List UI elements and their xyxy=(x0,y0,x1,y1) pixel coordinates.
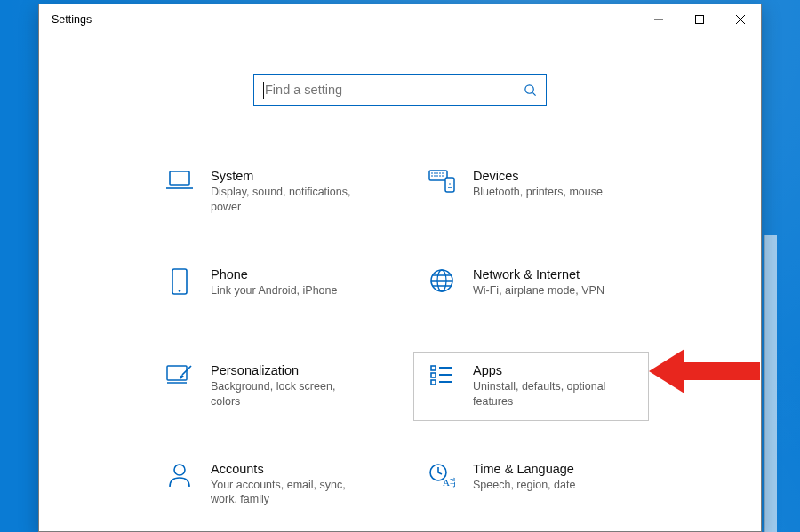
svg-rect-12 xyxy=(431,373,436,377)
paintbrush-icon xyxy=(164,364,195,387)
svg-point-1 xyxy=(525,84,533,92)
category-network[interactable]: Network & Internet Wi-Fi, airplane mode,… xyxy=(413,256,649,322)
category-subtitle: Link your Android, iPhone xyxy=(211,283,337,298)
svg-rect-2 xyxy=(170,171,189,185)
category-subtitle: Uninstall, defaults, optional features xyxy=(473,379,624,409)
category-title: Apps xyxy=(473,363,624,377)
category-title: System xyxy=(211,169,362,183)
close-button[interactable] xyxy=(720,4,761,35)
category-personalization[interactable]: Personalization Background, lock screen,… xyxy=(151,352,387,421)
category-title: Personalization xyxy=(211,363,362,377)
window-content: System Display, sound, notifications, po… xyxy=(39,35,761,531)
settings-window: Settings System Display xyxy=(38,4,762,532)
category-accounts[interactable]: Accounts Your accounts, email, sync, wor… xyxy=(151,450,387,520)
time-language-icon: A字 xyxy=(427,463,457,488)
search-icon xyxy=(524,83,537,97)
svg-rect-13 xyxy=(431,380,436,385)
category-title: Network & Internet xyxy=(473,267,604,282)
category-title: Accounts xyxy=(211,462,362,476)
svg-text:A字: A字 xyxy=(443,477,455,488)
search-input[interactable] xyxy=(263,82,524,98)
laptop-icon xyxy=(164,170,195,191)
svg-rect-11 xyxy=(431,366,436,370)
maximize-button[interactable] xyxy=(679,4,720,35)
category-title: Devices xyxy=(473,169,603,183)
category-title: Time & Language xyxy=(473,462,575,476)
categories-grid: System Display, sound, notifications, po… xyxy=(151,157,649,519)
globe-icon xyxy=(427,268,457,293)
category-time-language[interactable]: A字 Time & Language Speech, region, date xyxy=(413,450,649,520)
category-subtitle: Wi-Fi, airplane mode, VPN xyxy=(473,283,604,298)
svg-rect-0 xyxy=(696,16,704,24)
svg-point-14 xyxy=(174,465,185,475)
category-subtitle: Bluetooth, printers, mouse xyxy=(473,185,603,200)
category-apps[interactable]: Apps Uninstall, defaults, optional featu… xyxy=(413,352,649,421)
minimize-button[interactable] xyxy=(638,4,679,35)
phone-icon xyxy=(164,268,195,295)
category-title: Phone xyxy=(211,267,337,282)
svg-point-7 xyxy=(179,290,181,292)
category-subtitle: Display, sound, notifications, power xyxy=(211,185,362,215)
titlebar: Settings xyxy=(39,4,761,35)
category-devices[interactable]: Devices Bluetooth, printers, mouse xyxy=(413,157,649,226)
category-subtitle: Your accounts, email, sync, work, family xyxy=(211,478,362,508)
person-icon xyxy=(164,463,195,488)
category-phone[interactable]: Phone Link your Android, iPhone xyxy=(151,256,387,322)
category-subtitle: Background, lock screen, colors xyxy=(211,379,362,409)
search-box[interactable] xyxy=(253,74,547,106)
svg-rect-4 xyxy=(445,178,454,192)
devices-icon xyxy=(427,170,457,193)
apps-list-icon xyxy=(427,364,457,387)
category-system[interactable]: System Display, sound, notifications, po… xyxy=(151,157,387,226)
external-scrollbar xyxy=(764,235,777,532)
window-title: Settings xyxy=(52,13,638,26)
svg-point-5 xyxy=(449,183,451,185)
category-subtitle: Speech, region, date xyxy=(473,478,575,493)
